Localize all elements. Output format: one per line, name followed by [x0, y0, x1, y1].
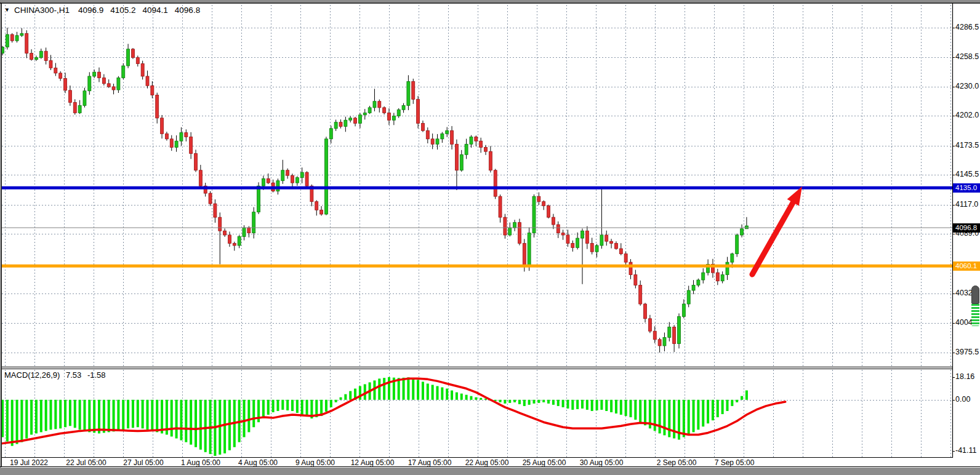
- scrollbar-thumb[interactable]: [971, 285, 979, 326]
- macd-name-label: MACD(12,26,9): [4, 370, 60, 380]
- support-price-flag: 4060.1: [953, 261, 980, 271]
- ohlc-low-value: 4094.1: [143, 6, 168, 15]
- ohlc-close-value: 4096.8: [175, 6, 200, 15]
- candlesticks: [1, 28, 749, 353]
- symbol-dropdown-icon[interactable]: ▼: [4, 7, 10, 13]
- time-axis-label: 19 Jul 2022: [0, 458, 60, 467]
- time-axis-label: 25 Aug 05:00: [513, 458, 575, 467]
- scrollbar-grip: [971, 285, 979, 304]
- time-axis-label: 2 Sep 05:00: [646, 458, 707, 467]
- time-axis-label: 22 Aug 05:00: [456, 458, 518, 467]
- symbol-info-bar: ▼ CHINA300-,H1 4096.9 4105.2 4094.1 4096…: [4, 6, 207, 15]
- macd-indicator-label: MACD(12,26,9) 7.53 -1.58: [4, 370, 110, 380]
- time-axis-label: 4 Aug 05:00: [227, 458, 289, 467]
- trend-arrow[interactable]: [752, 186, 802, 274]
- chart-canvas[interactable]: [0, 0, 980, 475]
- macd-main-value: 7.53: [66, 370, 81, 380]
- price-axis-label: 4173.5: [955, 141, 979, 150]
- macd-signal-value: -1.58: [87, 370, 106, 380]
- grid-lines: [2, 5, 952, 457]
- symbol-timeframe-label[interactable]: CHINA300-,H1: [14, 6, 70, 15]
- last-price-flag: 4096.8: [953, 223, 980, 233]
- macd-axis-label: 0.00: [955, 395, 970, 404]
- level-lines: [2, 188, 952, 266]
- price-axis-label: 3975.5: [955, 348, 979, 356]
- ohlc-high-value: 4105.2: [110, 6, 135, 15]
- macd-axis-label: 18.16: [955, 372, 974, 381]
- time-axis-label: 22 Jul 05:00: [55, 458, 117, 467]
- ohlc-open-value: 4096.9: [78, 6, 103, 15]
- time-axis-label: 7 Sep 05:00: [704, 458, 765, 467]
- time-axis-label: 30 Aug 05:00: [571, 458, 632, 467]
- time-axis-label: 17 Aug 05:00: [399, 458, 460, 467]
- price-axis-label: 4286.5: [955, 23, 979, 31]
- time-axis-label: 1 Aug 05:00: [170, 458, 231, 467]
- scrollbar-stripes: [971, 304, 979, 326]
- price-axis-label: 4230.0: [955, 82, 979, 90]
- price-axis-label: 4258.5: [955, 52, 979, 61]
- price-axis-label: 4117.0: [955, 200, 978, 209]
- trading-chart-window: ▼ CHINA300-,H1 4096.9 4105.2 4094.1 4096…: [0, 0, 980, 475]
- resistance-price-flag: 4135.0: [953, 183, 980, 193]
- price-axis-label: 4202.0: [955, 111, 979, 119]
- price-axis-label: 4145.5: [955, 170, 979, 178]
- time-axis-label: 12 Aug 05:00: [342, 458, 403, 467]
- time-axis-label: 9 Aug 05:00: [284, 458, 346, 467]
- macd-axis-label: -41.11: [955, 446, 977, 455]
- time-axis-label: 27 Jul 05:00: [113, 458, 174, 467]
